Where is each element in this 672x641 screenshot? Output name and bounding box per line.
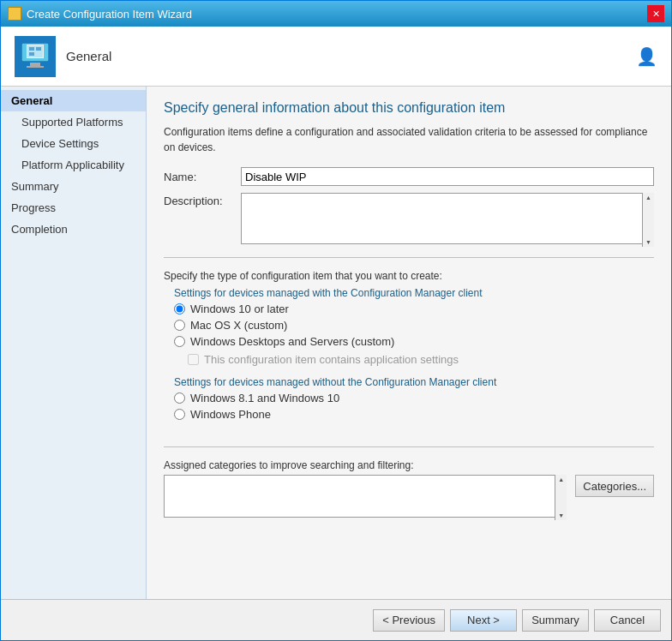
window-title: Create Configuration Item Wizard [27,8,192,21]
sidebar-item-completion[interactable]: Completion [1,219,146,240]
radio-macos-input[interactable] [174,320,185,331]
categories-textarea[interactable] [164,475,567,518]
cat-scroll-down[interactable]: ▼ [556,511,566,520]
person-icon: 👤 [636,47,657,66]
radio-win81[interactable]: Windows 8.1 and Windows 10 [174,392,654,404]
previous-button[interactable]: < Previous [373,609,445,632]
categories-textarea-wrap: ▲ ▼ [164,475,567,520]
title-bar-left: Create Configuration Item Wizard [8,7,192,21]
sidebar-item-summary[interactable]: Summary [1,176,146,197]
name-row: Name: [164,167,654,186]
svg-rect-5 [29,47,34,51]
main-content: General Supported Platforms Device Setti… [1,87,671,599]
radio-desktops-input[interactable] [174,336,185,347]
description-text: Configuration items define a configurati… [164,124,654,155]
name-input[interactable] [241,167,654,186]
scroll-up-btn[interactable]: ▲ [644,193,653,202]
name-label: Name: [164,171,241,183]
footer-bar: < Previous Next > Summary Cancel [1,599,671,640]
radio-windows10[interactable]: Windows 10 or later [174,303,654,315]
cat-scroll-up[interactable]: ▲ [556,475,566,484]
radio-win81-input[interactable] [174,392,185,404]
radio-macos[interactable]: Mac OS X (custom) [174,319,654,332]
svg-rect-7 [29,52,34,56]
app-settings-checkbox [188,354,199,365]
section1-title: Specify the type of configuration item t… [164,270,654,282]
radio-macos-label: Mac OS X (custom) [190,319,287,332]
categories-area: ▲ ▼ Categories... [164,475,654,520]
group1-label: Settings for devices managed with the Co… [174,287,654,299]
categories-button[interactable]: Categories... [575,475,654,497]
wizard-window: Create Configuration Item Wizard ✕ Gener… [0,0,672,641]
radio-windows10-label: Windows 10 or later [190,303,289,315]
sidebar-item-general[interactable]: General [1,90,146,111]
page-heading: Specify general information about this c… [164,100,654,116]
scroll-down-btn[interactable]: ▼ [644,237,653,247]
radio-desktops[interactable]: Windows Desktops and Servers (custom) [174,335,654,348]
header-icon-container [15,36,56,77]
svg-rect-6 [36,47,41,51]
header-bar: General 👤 [1,27,671,87]
svg-rect-3 [27,66,44,68]
radio-desktops-label: Windows Desktops and Servers (custom) [190,335,394,348]
description-label: Description: [164,193,241,207]
close-button[interactable]: ✕ [647,5,664,22]
radio-windows10-input[interactable] [174,303,185,315]
sidebar: General Supported Platforms Device Setti… [1,87,147,599]
description-row: Description: ▲ ▼ [164,193,654,247]
content-area: Specify general information about this c… [147,87,671,599]
app-icon [8,7,21,21]
sidebar-item-platform-applicability[interactable]: Platform Applicability [1,154,146,176]
description-scrollbar: ▲ ▼ [642,193,654,247]
divider-1 [164,257,654,258]
group2-label: Settings for devices managed without the… [174,376,654,388]
title-bar: Create Configuration Item Wizard ✕ [1,1,671,27]
sidebar-item-supported-platforms[interactable]: Supported Platforms [1,111,146,133]
categories-label: Assigned categories to improve searching… [164,459,654,471]
summary-button[interactable]: Summary [522,609,589,632]
sidebar-item-device-settings[interactable]: Device Settings [1,133,146,154]
description-textarea-wrapper: ▲ ▼ [241,193,654,247]
radio-group-2: Windows 8.1 and Windows 10 Windows Phone [174,392,654,421]
radio-winphone[interactable]: Windows Phone [174,408,654,421]
computer-icon [18,39,52,74]
radio-winphone-label: Windows Phone [190,408,271,421]
app-settings-label: This configuration item contains applica… [204,353,459,366]
app-settings-checkbox-row[interactable]: This configuration item contains applica… [188,353,654,366]
header-right: 👤 [636,46,657,67]
next-button[interactable]: Next > [450,609,517,632]
divider-2 [164,446,654,447]
categories-scrollbar: ▲ ▼ [555,475,567,520]
header-title: General [66,49,111,63]
radio-win81-label: Windows 8.1 and Windows 10 [190,392,339,404]
sidebar-item-progress[interactable]: Progress [1,197,146,219]
radio-group-1: Windows 10 or later Mac OS X (custom) Wi… [174,303,654,348]
cancel-button[interactable]: Cancel [594,609,661,632]
radio-winphone-input[interactable] [174,409,185,420]
description-textarea[interactable] [241,193,654,244]
svg-rect-2 [30,63,40,66]
